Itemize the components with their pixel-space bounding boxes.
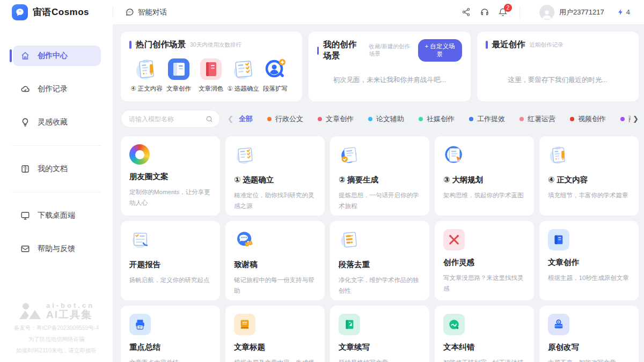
top-header: 宙语Cosmos 智能对话 2 用户23771217 4 bbox=[0, 0, 644, 24]
sidebar-divider bbox=[12, 192, 101, 193]
card-body-content[interactable]: ④ 正文内容 填充细节，丰富你的学术篇章 bbox=[539, 136, 639, 216]
home-icon bbox=[20, 51, 30, 61]
fraud-line: 为了防范电信网络诈骗 bbox=[6, 336, 106, 343]
support-button[interactable] bbox=[475, 3, 494, 21]
card-proposal-report[interactable]: 开题报告 扬帆启航，定义你的研究起点 bbox=[121, 221, 220, 300]
card-desc: 定制你的Moments，让分享更动人心 bbox=[129, 187, 211, 208]
card-desc: 根据主题及文章内容，生成爆款标题 bbox=[234, 357, 316, 362]
tab-all[interactable]: 全部 bbox=[239, 114, 253, 124]
card-title: 文章创作 bbox=[548, 257, 630, 268]
magnifier-person-icon bbox=[263, 57, 288, 82]
tab-video-creation[interactable]: 视频创作 bbox=[570, 114, 606, 124]
logo-chat-icon bbox=[12, 4, 28, 20]
tab-work-efficiency[interactable]: 工作提效 bbox=[469, 114, 505, 124]
card-desc: 提炼思想，一句话开启你的学术旅程 bbox=[339, 190, 421, 211]
orange-book-icon bbox=[234, 314, 255, 335]
notifications-button[interactable]: 2 bbox=[494, 3, 512, 21]
energy-counter[interactable]: 4 bbox=[617, 8, 630, 16]
category-dot bbox=[368, 117, 372, 121]
card-desc: 填充细节，丰富你的学术篇章 bbox=[548, 190, 630, 201]
checklist-icon bbox=[231, 57, 255, 82]
doc-arrows-icon bbox=[339, 229, 360, 250]
category-dot bbox=[419, 117, 423, 121]
tab-label: 红薯运营 bbox=[528, 114, 555, 124]
card-title: 朋友圈文案 bbox=[129, 172, 211, 182]
card-topic-selection[interactable]: ① 选题确立 精准定位，助你找到研究的灵感之源 bbox=[225, 136, 325, 216]
sidebar-divider bbox=[12, 145, 101, 146]
color-ring-icon bbox=[129, 144, 150, 165]
tabs-scroll-right[interactable]: ❯ bbox=[631, 115, 639, 123]
tab-admin-docs[interactable]: 行政公文 bbox=[267, 114, 303, 124]
card-paragraph-dedup[interactable]: 段落去重 净化文字，维护学术作品的独创性 bbox=[330, 221, 429, 300]
hot-item-article-writing[interactable]: 文章创作 bbox=[163, 57, 195, 93]
sidebar-item-download-desktop[interactable]: 下载桌面端 bbox=[13, 205, 101, 226]
hot-item-body-content[interactable]: ④ 正文内容 bbox=[130, 57, 163, 93]
title-accent-bar bbox=[486, 41, 488, 49]
card-original-rewrite[interactable]: 原创改写 主题不变，智能改写文章 bbox=[539, 306, 639, 362]
sidebar-item-my-documents[interactable]: 我的文档 bbox=[13, 159, 101, 179]
blue-book-icon bbox=[548, 229, 569, 250]
hot-item-label: ④ 正文内容 bbox=[130, 85, 163, 93]
sidebar-item-label: 创作记录 bbox=[38, 84, 68, 94]
doc-check-icon bbox=[129, 229, 151, 250]
hot-item-topic-selection[interactable]: ① 选题确立 bbox=[227, 57, 259, 93]
sidebar-item-label: 下载桌面端 bbox=[38, 211, 75, 220]
tab-xiaohongshu[interactable]: 红薯运营 bbox=[519, 114, 555, 124]
card-moments-copy[interactable]: 朋友圈文案 定制你的Moments，让分享更动人心 bbox=[121, 136, 220, 216]
user-menu[interactable]: 用户23771217 bbox=[539, 5, 604, 20]
card-desc: 净化文字，维护学术作品的独创性 bbox=[339, 275, 421, 296]
hot-item-label: 文章创作 bbox=[166, 85, 191, 93]
share-icon bbox=[462, 8, 471, 17]
lightning-icon bbox=[617, 8, 624, 16]
card-creative-inspiration[interactable]: 创作灵感 写文章没思路？来这里找找灵感 bbox=[435, 221, 534, 300]
sidebar-item-help-feedback[interactable]: 帮助与反馈 bbox=[13, 239, 101, 259]
card-text-correction[interactable]: 文本纠错 智能修正错别字，纠正语法错误 bbox=[435, 306, 534, 362]
share-button[interactable] bbox=[457, 3, 475, 21]
recent-empty-text: 这里，要留存下我们最近的时光... bbox=[477, 76, 639, 85]
clipboard-pencil-icon bbox=[548, 144, 569, 166]
card-acknowledgement[interactable]: 致谢稿 铭记旅程中的每一份支持与帮助 bbox=[225, 221, 325, 300]
hot-item-label: 文章润色 bbox=[199, 85, 223, 93]
my-scenes-empty-text: 初次见面，未来让我和你并肩战斗吧... bbox=[309, 76, 471, 85]
search-input[interactable] bbox=[129, 115, 206, 123]
category-dot bbox=[620, 117, 625, 121]
card-desc: 精准定位，助你找到研究的灵感之源 bbox=[234, 190, 316, 211]
refresh-book-icon bbox=[548, 314, 569, 335]
clipboard-pencil-icon bbox=[134, 57, 159, 82]
tabs-scroll-left[interactable]: ❮ bbox=[228, 115, 233, 123]
card-outline-planning[interactable]: ③ 大纲规划 架构思维，筑起你的学术蓝图 bbox=[435, 136, 534, 216]
username: 用户23771217 bbox=[559, 8, 604, 17]
custom-scene-button[interactable]: + 自定义场景 bbox=[418, 39, 462, 62]
tab-article-writing[interactable]: 文章创作 bbox=[318, 114, 354, 124]
card-key-summary[interactable]: 重点总结 文章重点内容总结 bbox=[121, 306, 220, 362]
card-article-continue[interactable]: 文章续写 延续风格续写文章 bbox=[330, 306, 429, 362]
card-desc: 扬帆启航，定义你的研究起点 bbox=[129, 275, 211, 285]
model-search-box[interactable] bbox=[121, 110, 220, 128]
card-title: 创作灵感 bbox=[443, 257, 525, 268]
doc-check-icon bbox=[234, 144, 255, 166]
tab-social-media[interactable]: 社媒创作 bbox=[419, 114, 455, 124]
my-scenes-subtitle: 收藏/新建的创作场景 bbox=[369, 43, 413, 58]
sidebar-item-inspiration-favorites[interactable]: 灵感收藏 bbox=[13, 112, 101, 132]
panel-my-scenes: 我的创作场景 收藏/新建的创作场景 + 自定义场景 初次见面，未来让我和你并肩战… bbox=[309, 32, 471, 101]
sidebar-item-creation-center[interactable]: 创作中心 bbox=[13, 46, 101, 66]
check-circle-icon bbox=[443, 314, 465, 335]
tab-paper-assist[interactable]: 论文辅助 bbox=[368, 114, 404, 124]
sidebar-item-creation-records[interactable]: 创作记录 bbox=[13, 79, 101, 99]
app-logo: 宙语Cosmos bbox=[0, 4, 113, 20]
watermark: ai-bot.cn AI工具集 备案号：粤ICP备2023009559号-4 为… bbox=[0, 301, 113, 362]
tab-label: 社媒创作 bbox=[427, 114, 455, 124]
tab-smart-chat[interactable]: 智能对话 bbox=[125, 8, 167, 17]
card-title: ② 摘要生成 bbox=[339, 175, 421, 185]
tab-label: 工作提效 bbox=[477, 114, 505, 124]
card-article-creation[interactable]: 文章创作 根据主题，10秒生成原创文章 bbox=[539, 221, 639, 300]
scene-card-grid: 朋友圈文案 定制你的Moments，让分享更动人心 ① 选题确立 精准定位，助你… bbox=[121, 136, 639, 362]
doc-cursor-icon bbox=[443, 144, 465, 166]
hot-item-paragraph-expand[interactable]: 段落扩写 bbox=[259, 57, 291, 93]
card-article-title[interactable]: 文章标题 根据主题及文章内容，生成爆款标题 bbox=[225, 306, 325, 362]
recent-subtitle: 近期创作记录 bbox=[530, 41, 564, 49]
watermark-name: AI工具集 bbox=[46, 309, 94, 321]
hot-item-article-polish[interactable]: 文章润色 bbox=[195, 57, 227, 93]
card-abstract-generation[interactable]: ② 摘要生成 提炼思想，一句话开启你的学术旅程 bbox=[330, 136, 429, 216]
category-dot bbox=[318, 117, 322, 121]
